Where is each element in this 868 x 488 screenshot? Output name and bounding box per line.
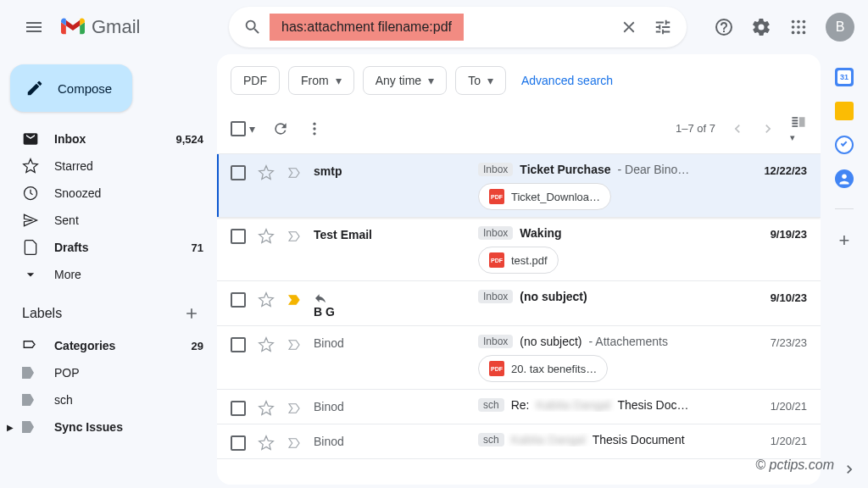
email-row[interactable]: Test EmailInbox WakingPDFtest.pdf9/19/23 (217, 218, 821, 281)
attachment-name: 20. tax benefits… (511, 363, 597, 375)
nav-icon (22, 185, 39, 202)
chevron-down-icon: ▾ (428, 74, 434, 87)
importance-marker[interactable] (287, 337, 302, 352)
attachment-name: test.pdf (511, 254, 548, 267)
support-button[interactable] (707, 10, 741, 44)
content-panel: PDF From▾ Any time▾ To▾ Advanced search … (217, 54, 821, 485)
sidebar-item-drafts[interactable]: Drafts71 (0, 234, 217, 261)
rail-separator (835, 208, 854, 209)
nav-label: Starred (54, 159, 188, 173)
search-query-highlight: has:attachment filename:pdf (270, 14, 464, 41)
email-row[interactable]: BinodInbox (no subject) - AttachementsPD… (217, 326, 821, 390)
email-row[interactable]: smtpInbox Ticket Purchase - Dear Bino…PD… (217, 154, 821, 218)
hamburger-icon (24, 17, 44, 37)
compose-button[interactable]: Compose (10, 64, 132, 112)
settings-button[interactable] (744, 10, 778, 44)
tasks-app-icon[interactable] (835, 136, 854, 154)
select-all-checkbox[interactable] (231, 121, 246, 136)
email-checkbox[interactable] (231, 292, 246, 308)
search-button[interactable] (236, 10, 270, 44)
email-date: 1/20/21 (756, 433, 807, 447)
nav-label: More (54, 268, 188, 281)
plus-icon (183, 305, 200, 322)
calendar-app-icon[interactable]: 31 (835, 68, 854, 86)
email-snippet: - Attachements (589, 335, 668, 348)
search-options-button[interactable] (646, 10, 680, 44)
label-item-sync-issues[interactable]: ▶Sync Issues (0, 413, 217, 441)
side-panel-toggle[interactable] (841, 461, 858, 478)
attachment-chip[interactable]: PDFTicket_Downloa… (478, 183, 611, 210)
email-checkbox[interactable] (231, 165, 246, 180)
select-all-combo[interactable]: ▾ (231, 121, 255, 136)
importance-marker[interactable] (287, 292, 302, 308)
label-text: Categories (54, 339, 176, 352)
account-avatar[interactable]: B (826, 13, 854, 42)
label-item-sch[interactable]: sch (0, 386, 217, 413)
chip-anytime[interactable]: Any time▾ (363, 66, 447, 95)
importance-marker[interactable] (287, 401, 302, 416)
sidebar-item-sent[interactable]: Sent (0, 207, 217, 234)
label-icon (22, 367, 39, 379)
email-checkbox[interactable] (231, 435, 246, 451)
email-subject: Thesis Document (593, 433, 685, 446)
sidebar-item-more[interactable]: More (0, 261, 217, 288)
email-row[interactable]: Binodsch Kabita Dangal Thesis Document1/… (217, 424, 821, 459)
label-item-categories[interactable]: Categories29 (0, 332, 217, 359)
label-text: sch (54, 393, 188, 407)
get-addons-button[interactable]: + (839, 230, 850, 252)
apps-button[interactable] (782, 10, 815, 44)
sidebar-item-starred[interactable]: Starred (0, 152, 217, 180)
email-list: smtpInbox Ticket Purchase - Dear Bino…PD… (217, 154, 821, 485)
chip-from[interactable]: From▾ (288, 66, 354, 95)
svg-point-6 (792, 31, 795, 35)
svg-point-8 (803, 31, 806, 35)
star-button[interactable] (258, 164, 275, 181)
nav-icon (22, 158, 39, 175)
split-pane-button[interactable]: ▾ (790, 114, 807, 143)
keep-app-icon[interactable] (835, 102, 854, 120)
email-tag: sch (478, 433, 504, 446)
gmail-logo-icon (61, 18, 85, 36)
star-button[interactable] (258, 228, 275, 245)
sidebar-item-inbox[interactable]: Inbox9,524 (0, 125, 217, 152)
star-button[interactable] (258, 336, 275, 353)
chevron-left-icon (729, 120, 746, 137)
email-checkbox[interactable] (231, 229, 246, 244)
email-checkbox[interactable] (231, 337, 246, 352)
star-button[interactable] (258, 400, 275, 417)
svg-point-12 (313, 132, 315, 135)
contacts-app-icon[interactable] (835, 169, 854, 188)
importance-marker[interactable] (287, 229, 302, 244)
pencil-icon (25, 79, 44, 97)
pdf-icon: PDF (489, 252, 504, 268)
svg-point-0 (792, 20, 795, 24)
email-row[interactable]: B GInbox (no subject)9/10/23 (217, 281, 821, 326)
email-date: 12/22/23 (756, 163, 807, 177)
clear-search-button[interactable] (612, 10, 646, 44)
label-item-pop[interactable]: POP (0, 359, 217, 386)
email-row[interactable]: Binodsch Re: Kabita Dangal Thesis Doc…1/… (217, 390, 821, 424)
older-button[interactable] (760, 120, 776, 137)
add-label-button[interactable] (180, 302, 203, 325)
importance-marker[interactable] (287, 435, 302, 451)
chevron-down-icon[interactable]: ▾ (249, 122, 255, 136)
star-button[interactable] (258, 291, 275, 308)
more-actions-button[interactable] (306, 120, 323, 137)
advanced-search-link[interactable]: Advanced search (521, 74, 613, 87)
email-checkbox[interactable] (231, 401, 246, 416)
chip-to[interactable]: To▾ (455, 66, 506, 95)
sidebar-item-snoozed[interactable]: Snoozed (0, 180, 217, 207)
chip-has-attachment[interactable]: PDF (231, 66, 280, 95)
main-menu-button[interactable] (14, 7, 54, 47)
tune-icon (654, 18, 672, 36)
newer-button[interactable] (729, 120, 746, 137)
importance-marker[interactable] (287, 165, 302, 180)
logo-area[interactable]: Gmail (61, 16, 222, 38)
star-button[interactable] (258, 435, 275, 452)
nav-label: Snoozed (54, 186, 188, 200)
attachment-chip[interactable]: PDF20. tax benefits… (478, 355, 608, 382)
attachment-chip[interactable]: PDFtest.pdf (478, 247, 559, 274)
refresh-button[interactable] (272, 120, 289, 137)
email-date: 7/23/23 (756, 335, 807, 349)
labels-header-text: Labels (22, 306, 62, 321)
